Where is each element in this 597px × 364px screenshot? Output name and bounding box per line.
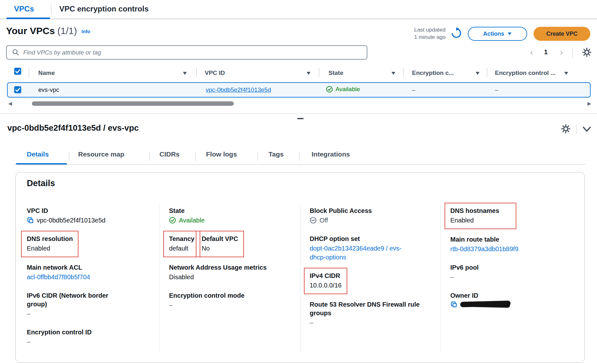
column-filter-icon[interactable] (306, 71, 311, 75)
scroll-left-button[interactable]: ◀ (8, 101, 12, 106)
caret-down-icon (507, 32, 512, 35)
field-encryption-control-mode: Encryption control mode – (169, 291, 287, 309)
annotation-box-dns-hostnames: DNS hostnames Enabled (445, 203, 516, 229)
field-owner-id: Owner ID (450, 291, 575, 308)
copy-icon[interactable] (27, 217, 34, 224)
scroll-right-button[interactable]: ▶ (587, 101, 591, 106)
tab-resource-map[interactable]: Resource map (78, 150, 124, 158)
tab-vpc-encryption-controls[interactable]: VPC encryption controls (59, 4, 149, 13)
card-column-divider (300, 205, 300, 352)
cell-encryption-control: – (495, 86, 498, 93)
horizontal-scrollbar-thumb[interactable] (32, 101, 234, 106)
info-link[interactable]: Info (82, 29, 91, 34)
column-divider (487, 68, 487, 77)
cell-state: Available (326, 86, 360, 93)
column-filter-icon[interactable] (564, 71, 569, 75)
field-network-address-usage: Network Address Usage metrics Disabled (169, 263, 287, 281)
gear-icon (561, 124, 571, 134)
tab-integrations[interactable]: Integrations (312, 150, 350, 158)
redacted-owner-id (460, 301, 512, 308)
pagination-prev-button[interactable]: ‹ (530, 47, 533, 58)
field-main-network-acl: Main network ACL acl-0ffbb4d7f80b5f704 (27, 263, 129, 281)
table-settings-button[interactable] (582, 47, 592, 57)
network-acl-link[interactable]: acl-0ffbb4d7f80b5f704 (27, 273, 129, 281)
field-block-public-access: Block Public Access Off (310, 207, 420, 225)
detail-tabs-border (14, 164, 586, 165)
create-vpc-button[interactable]: Create VPC (534, 27, 590, 41)
cell-encryption-c: – (412, 86, 416, 93)
column-filter-icon[interactable] (475, 71, 480, 75)
tab-tags[interactable]: Tags (269, 150, 284, 158)
details-column-2: State Available Tenancy default Default … (169, 203, 287, 319)
field-state: State Available (169, 207, 287, 225)
dns-hostnames-value: Enabled (450, 216, 511, 225)
resource-tab-bar: VPCs VPC encryption controls (0, 0, 597, 19)
tab-cidrs[interactable]: CIDRs (159, 150, 180, 158)
pagination-next-button[interactable]: › (560, 47, 563, 58)
field-main-route-table: Main route table rtb-0d8379a3db01b89f9 (450, 235, 575, 253)
column-filter-icon[interactable] (182, 71, 187, 75)
column-header-encryption-control[interactable]: Encryption control ... (495, 69, 556, 76)
pagination-page-number[interactable]: 1 (544, 48, 548, 56)
column-header-state[interactable]: State (328, 69, 343, 76)
detail-settings-button[interactable] (561, 124, 571, 134)
annotation-box-dns-resolution: DNS resolution Enabled (21, 231, 78, 257)
column-divider (403, 68, 403, 77)
column-filter-icon[interactable] (391, 71, 396, 75)
tab-vpcs-label: VPCs (14, 4, 34, 13)
detail-tab-divider (299, 152, 299, 161)
tab-details[interactable]: Details (27, 150, 49, 158)
detail-collapse-button[interactable] (582, 126, 592, 133)
cell-name: evs-vpc (38, 86, 59, 93)
detail-tab-divider (195, 152, 195, 161)
card-column-divider (159, 205, 160, 352)
last-updated-text: Last updated 1 minute ago (391, 26, 446, 41)
vpc-id-value: vpc-0bdb5e2f4f1013e5d (37, 216, 106, 225)
tenancy-value: default (169, 244, 195, 253)
annotation-box-ipv4-cidr: IPv4 CIDR 10.0.0.0/16 (304, 268, 347, 294)
off-icon (310, 217, 317, 224)
field-encryption-control-id: Encryption control ID – (27, 328, 129, 346)
collection-header: Your VPCs(1/1)Info (6, 25, 90, 36)
dhcp-option-set-link[interactable]: dopt-0ac2b1342364eade9 / evs-dhcp-option… (310, 244, 415, 262)
search-icon (12, 48, 19, 56)
row-checkbox[interactable] (14, 86, 21, 93)
tab-vpcs[interactable]: VPCs (14, 4, 34, 13)
detail-tab-divider (69, 152, 69, 161)
column-divider (196, 68, 197, 77)
copy-icon[interactable] (450, 301, 457, 308)
state-value: Available (179, 216, 205, 225)
refresh-button[interactable] (451, 27, 463, 40)
main-route-table-link[interactable]: rtb-0d8379a3db01b89f9 (450, 244, 575, 253)
ipv4-cidr-value: 10.0.0.0/16 (310, 281, 342, 290)
split-panel-drag-handle[interactable] (297, 118, 304, 119)
column-header-name[interactable]: Name (38, 69, 55, 76)
table-row[interactable] (7, 82, 591, 98)
column-header-encryption-c[interactable]: Encryption c... (412, 69, 454, 76)
vpc-count: (1/1) (57, 25, 77, 36)
search-box (6, 45, 367, 60)
pagination-divider (572, 47, 573, 58)
block-public-access-value: Off (320, 216, 328, 225)
select-all-checkbox[interactable] (14, 68, 21, 75)
search-input[interactable] (6, 45, 367, 60)
tab-flow-logs[interactable]: Flow logs (206, 150, 237, 158)
column-header-vpc-id[interactable]: VPC ID (205, 69, 225, 76)
tab-vpc-encryption-controls-label: VPC encryption controls (59, 4, 149, 13)
chevron-down-icon (582, 126, 592, 133)
status-available-icon (326, 86, 333, 93)
refresh-icon (451, 27, 462, 39)
detail-panel-title: vpc-0bdb5e2f4f1013e5d / evs-vpc (7, 123, 139, 133)
vpc-id-link[interactable]: vpc-0bdb5e2f4f1013e5d (206, 86, 271, 93)
actions-button-label: Actions (483, 31, 504, 37)
actions-button[interactable]: Actions (468, 27, 527, 41)
column-divider (319, 68, 319, 77)
status-available-icon (169, 217, 176, 224)
detail-tab-divider (149, 152, 150, 161)
section-divider (0, 113, 597, 114)
gear-icon (582, 47, 592, 57)
details-column-1: VPC ID vpc-0bdb5e2f4f1013e5d DNS resolut… (27, 203, 129, 356)
page-title: Your VPCs (6, 25, 55, 36)
details-column-3: Block Public Access Off DHCP option set … (310, 203, 420, 337)
tab-divider (51, 4, 51, 15)
